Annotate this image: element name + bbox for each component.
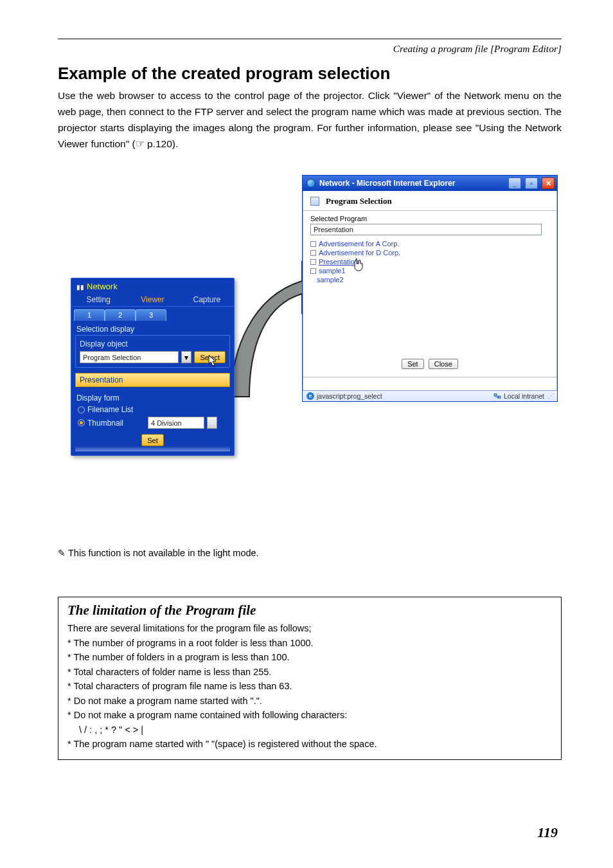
ie-set-button[interactable]: Set xyxy=(402,359,424,369)
selection-display-label: Selection display xyxy=(71,321,234,335)
program-list-item[interactable]: sample1 xyxy=(310,266,549,275)
pencil-icon: ✎ xyxy=(58,548,66,558)
select-button[interactable]: Select xyxy=(194,351,226,363)
radio-filename-list[interactable] xyxy=(78,406,85,413)
tab-setting[interactable]: Setting xyxy=(71,293,125,307)
ie-window: Network - Microsoft Internet Explorer _ … xyxy=(302,175,558,402)
program-list-item[interactable]: Advertisement for A Corp. xyxy=(310,239,549,248)
thumbnail-label: Thumbnail xyxy=(87,419,145,428)
limitation-intro: There are several limitations for the pr… xyxy=(67,621,552,635)
window-minimize-button[interactable]: _ xyxy=(508,177,521,189)
program-selection-heading: Program Selection xyxy=(326,196,392,206)
limitation-item: * Total characters of folder name is les… xyxy=(67,665,552,679)
network-title-icon: ▮▮ xyxy=(76,284,84,291)
sub-tab-3[interactable]: 3 xyxy=(136,309,166,321)
window-maximize-button[interactable]: ▫ xyxy=(525,177,538,189)
sub-tab-2[interactable]: 2 xyxy=(105,309,136,321)
filename-list-label: Filename List xyxy=(87,405,133,414)
limitation-item: * Do not make a program name started wit… xyxy=(67,694,552,708)
limitation-item: * The number of folders in a program is … xyxy=(67,650,552,664)
page-title: Example of the created program selection xyxy=(58,64,562,84)
program-selection-dropdown[interactable]: Program Selection xyxy=(80,351,179,363)
program-selection-icon xyxy=(310,197,319,206)
limitation-item: * The program name started with " "(spac… xyxy=(67,737,552,751)
note-line: ✎This function is not available in the l… xyxy=(58,548,562,558)
intranet-icon xyxy=(493,393,501,399)
sub-tab-1[interactable]: 1 xyxy=(74,309,105,321)
selected-program-label: Selected Program xyxy=(310,215,549,222)
page-number: 119 xyxy=(537,824,558,841)
limitation-item: * The number of programs in a root folde… xyxy=(67,636,552,650)
network-panel: ▮▮Network Setting Viewer Capture 1 2 3 S… xyxy=(71,278,235,456)
intro-paragraph: Use the web browser to access to the con… xyxy=(58,87,562,152)
presentation-row[interactable]: Presentation xyxy=(75,373,230,387)
ie-close-button[interactable]: Close xyxy=(429,359,458,369)
network-panel-title: ▮▮Network xyxy=(71,278,234,293)
set-button[interactable]: Set xyxy=(141,434,164,446)
resize-grip-icon[interactable]: ⋰ xyxy=(544,392,553,400)
selected-program-field[interactable]: Presentation xyxy=(310,224,542,235)
division-dropdown[interactable]: 4 Division xyxy=(148,417,204,429)
status-text: javascript:prog_select xyxy=(317,392,382,400)
limitation-item: * Do not make a program name contained w… xyxy=(67,708,552,722)
division-dropdown-arrow-icon[interactable]: ▾ xyxy=(207,417,217,429)
status-zone: Local intranet xyxy=(504,392,544,400)
program-list-item-presentation[interactable]: Presentation xyxy=(310,257,549,266)
ie-status-icon: e xyxy=(306,392,314,400)
svg-rect-0 xyxy=(494,394,497,396)
limitation-chars: \ / : , ; * ? " < > | xyxy=(79,723,552,737)
program-list-item[interactable]: sample2 xyxy=(317,275,549,284)
tab-viewer[interactable]: Viewer xyxy=(125,293,179,307)
limitation-title: The limitation of the Program file xyxy=(67,602,552,619)
display-object-label: Display object xyxy=(80,339,226,348)
tab-capture[interactable]: Capture xyxy=(180,293,234,307)
limitation-box: The limitation of the Program file There… xyxy=(58,597,562,759)
limitation-item: * Total characters of program file name … xyxy=(67,679,552,693)
window-close-button[interactable]: ✕ xyxy=(542,177,555,189)
ie-window-title: Network - Microsoft Internet Explorer xyxy=(319,179,455,188)
display-form-label: Display form xyxy=(71,390,234,404)
radio-thumbnail[interactable] xyxy=(78,419,85,426)
dropdown-arrow-icon[interactable]: ▾ xyxy=(181,351,191,363)
program-list-item[interactable]: Advertisement for D Corp. xyxy=(310,248,549,257)
ie-logo-icon xyxy=(306,179,315,188)
header-breadcrumb: Creating a program file [Program Editor] xyxy=(58,43,562,55)
